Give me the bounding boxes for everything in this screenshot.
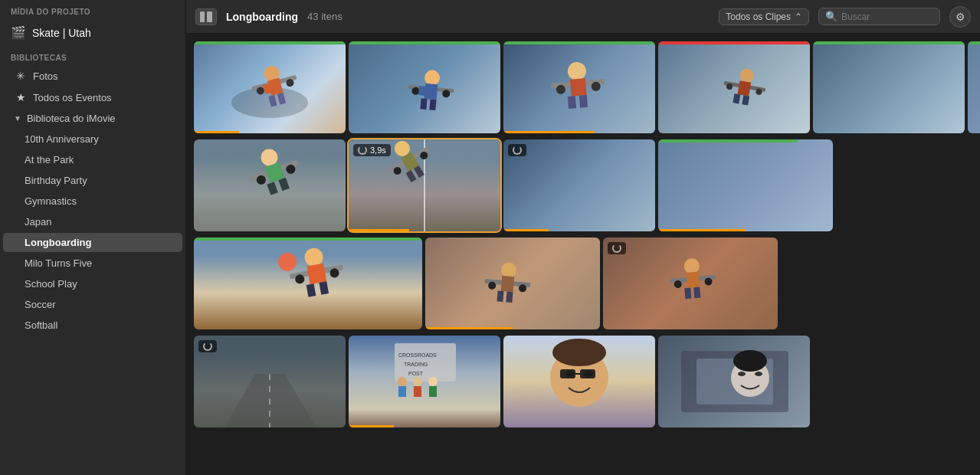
chevron-icon: ⌃ [795, 11, 802, 22]
clip-thumbnail [658, 41, 810, 133]
clip-thumbnail [194, 139, 346, 231]
svg-rect-68 [684, 288, 691, 300]
anniversary-label: 10th Anniversary [25, 133, 99, 145]
clip-r3c3[interactable] [603, 238, 778, 329]
clip-r4c1[interactable] [194, 336, 346, 428]
clip-r2c3[interactable] [503, 139, 655, 231]
spinner-icon [203, 342, 212, 351]
clip-row-1 [194, 41, 972, 133]
sidebar-item-milo[interactable]: Milo Turns Five [3, 254, 182, 273]
event-title: Longboarding [226, 11, 298, 23]
svg-rect-52 [306, 264, 326, 284]
clip-r2c4[interactable] [658, 139, 833, 231]
clip-r1c3[interactable] [503, 41, 655, 133]
filter-dropdown[interactable]: Todos os Clipes ⌃ [719, 8, 809, 25]
main-area: Longboarding 43 itens Todos os Clipes ⌃ … [186, 0, 980, 475]
search-box[interactable]: 🔍 [818, 8, 940, 25]
svg-point-93 [755, 372, 762, 376]
spinner-icon [513, 146, 522, 155]
svg-rect-69 [693, 287, 700, 299]
sidebar-item-japan[interactable]: Japan [3, 212, 182, 231]
svg-rect-62 [506, 291, 513, 303]
panel-toggle-icon [200, 11, 212, 22]
sidebar-item-gymnastics[interactable]: Gymnastics [3, 192, 182, 211]
clip-thumbnail [194, 41, 346, 133]
svg-rect-16 [420, 98, 427, 110]
toolbar: Longboarding 43 itens Todos os Clipes ⌃ … [186, 0, 980, 34]
svg-rect-54 [319, 281, 329, 294]
sidebar-item-atpark[interactable]: At the Park [3, 150, 182, 169]
svg-point-76 [398, 377, 407, 386]
project-item[interactable]: 🎬 Skate | Utah [0, 19, 185, 46]
svg-rect-60 [501, 276, 515, 292]
sidebar-item-softball[interactable]: Softball [3, 316, 182, 335]
sidebar-item-longboarding[interactable]: Longboarding [3, 233, 182, 252]
clip-thumbnail [194, 238, 422, 329]
gear-icon: ⚙ [955, 11, 965, 23]
clip-r1c5[interactable] [813, 41, 965, 133]
search-input[interactable] [841, 11, 933, 22]
svg-rect-85 [560, 369, 575, 378]
clip-row-3 [194, 238, 972, 329]
svg-rect-81 [429, 386, 437, 397]
svg-rect-39 [278, 178, 290, 192]
clip-r1c1[interactable] [194, 41, 346, 133]
clip-row-2: 3,9s [194, 139, 972, 231]
star-icon: ★ [14, 91, 28, 103]
clip-r4c4[interactable] [658, 336, 810, 428]
clip-r2c2[interactable]: 3,9s [349, 139, 500, 231]
clip-thumbnail [349, 41, 500, 133]
svg-point-55 [277, 251, 298, 273]
sidebar-item-soccer[interactable]: Soccer [3, 295, 182, 314]
svg-point-94 [733, 350, 767, 372]
clip-r3c2[interactable] [425, 238, 600, 329]
birthday-label: Birthday Party [25, 175, 87, 186]
sidebar-item-birthday[interactable]: Birthday Party [3, 171, 182, 190]
settings-button[interactable]: ⚙ [949, 6, 971, 28]
spinner-icon [612, 244, 621, 253]
svg-rect-46 [406, 170, 417, 182]
fotos-label: Fotos [33, 70, 58, 82]
atpark-label: At the Park [25, 154, 74, 165]
biblioteca-label: Biblioteca do iMovie [27, 113, 116, 124]
milo-label: Milo Turns Five [25, 257, 92, 269]
clip-r1c6[interactable] [968, 41, 980, 133]
svg-rect-32 [742, 95, 749, 105]
panel-toggle-button[interactable] [195, 8, 217, 25]
sidebar-item-schoolplay[interactable]: School Play [3, 274, 182, 293]
project-section-label: MÍDIA DO PROJETO [0, 0, 185, 19]
japan-label: Japan [25, 216, 51, 228]
svg-rect-24 [568, 96, 576, 109]
sidebar-item-fotos[interactable]: ✳ Fotos [3, 66, 182, 86]
clip-r4c2[interactable]: CROSSROADS TRADING POST [349, 336, 500, 428]
todos-eventos-label: Todos os Eventos [33, 92, 112, 103]
clapperboard-icon: 🎬 [11, 25, 26, 40]
svg-rect-1 [207, 11, 212, 22]
sidebar-item-anniversary[interactable]: 10th Anniversary [3, 129, 182, 149]
clip-badge-r2c2: 3,9s [353, 144, 391, 156]
sidebar-item-biblioteca[interactable]: ▼ Biblioteca do iMovie [3, 109, 182, 128]
project-name: Skate | Utah [32, 27, 91, 39]
longboarding-label: Longboarding [25, 237, 91, 248]
svg-rect-25 [579, 95, 588, 108]
clip-r1c4[interactable] [658, 41, 810, 133]
clip-badge-r2c3 [508, 144, 526, 156]
triangle-icon: ▼ [14, 114, 21, 123]
clip-badge-r3c3 [608, 242, 626, 254]
sidebar-item-todos-eventos[interactable]: ★ Todos os Eventos [3, 87, 182, 107]
search-icon: 🔍 [825, 11, 837, 22]
clip-r2c1[interactable] [194, 139, 346, 231]
clip-thumbnail [503, 41, 655, 133]
svg-rect-0 [200, 11, 205, 22]
clip-r4c3[interactable] [503, 336, 655, 428]
clip-thumbnail: CROSSROADS TRADING POST [349, 336, 500, 428]
item-count: 43 itens [307, 11, 343, 22]
clip-r1c2[interactable] [349, 41, 500, 133]
svg-rect-77 [398, 386, 406, 397]
filter-label: Todos os Clipes [726, 11, 791, 22]
svg-rect-31 [733, 93, 740, 103]
spinner-icon [358, 146, 367, 155]
clip-badge-r4c1 [198, 340, 217, 352]
clip-r3c1[interactable] [194, 238, 422, 329]
svg-text:POST: POST [408, 371, 424, 376]
